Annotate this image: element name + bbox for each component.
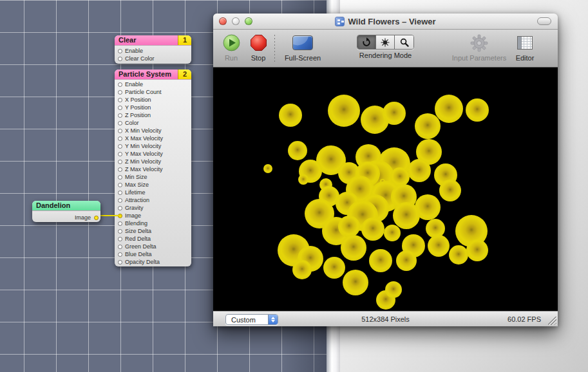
dandelion-particle xyxy=(343,270,368,295)
input-parameters-button[interactable]: Input Parameters xyxy=(443,33,515,62)
input-port-lifetime[interactable]: Lifetime xyxy=(115,189,191,196)
port-dot[interactable] xyxy=(118,136,122,141)
node-particle-system-header[interactable]: Particle System 2 xyxy=(115,70,191,80)
port-dot[interactable] xyxy=(118,221,122,226)
port-dot[interactable] xyxy=(118,237,122,241)
input-port-red-delta[interactable]: Red Delta xyxy=(115,235,191,243)
input-port-blending[interactable]: Blending xyxy=(115,219,191,227)
input-port-gravity[interactable]: Gravity xyxy=(115,204,191,212)
input-port-particle-count[interactable]: Particle Count xyxy=(115,88,191,96)
port-dot[interactable] xyxy=(118,144,122,149)
input-port-enable[interactable]: Enable xyxy=(115,47,191,55)
input-port-color[interactable]: Color xyxy=(115,119,191,127)
port-dot[interactable] xyxy=(118,106,122,110)
port-dot[interactable] xyxy=(118,245,122,249)
node-dandelion[interactable]: Dandelion Image xyxy=(32,201,100,222)
fullscreen-button[interactable]: Full-Screen xyxy=(280,33,326,62)
port-label: Min Size xyxy=(125,174,147,180)
port-label: X Position xyxy=(125,97,151,103)
port-label: Particle Count xyxy=(125,89,162,95)
input-port-y-max-velocity[interactable]: Y Max Velocity xyxy=(115,150,191,158)
input-port-y-min-velocity[interactable]: Y Min Velocity xyxy=(115,142,191,150)
input-port-image[interactable]: Image xyxy=(115,212,191,219)
input-port-size-delta[interactable]: Size Delta xyxy=(115,227,191,235)
input-port-x-position[interactable]: X Position xyxy=(115,96,191,104)
gear-icon xyxy=(470,33,488,52)
input-port-x-min-velocity[interactable]: X Min Velocity xyxy=(115,127,191,135)
port-dot[interactable] xyxy=(118,198,122,203)
fullscreen-icon xyxy=(292,35,313,50)
port-dot[interactable] xyxy=(118,252,122,257)
port-dot[interactable] xyxy=(118,90,122,95)
port-dot[interactable] xyxy=(118,206,122,210)
port-dot[interactable] xyxy=(118,129,122,133)
input-port-z-min-velocity[interactable]: Z Min Velocity xyxy=(115,158,191,165)
composition-document-icon xyxy=(335,17,345,26)
node-title: Particle System xyxy=(115,70,178,79)
input-port-max-size[interactable]: Max Size xyxy=(115,181,191,189)
node-title: Dandelion xyxy=(32,201,100,210)
port-dot[interactable] xyxy=(118,167,122,172)
dandelion-particle xyxy=(466,98,489,122)
port-dot[interactable] xyxy=(118,152,122,156)
input-port-z-max-velocity[interactable]: Z Max Velocity xyxy=(115,165,191,173)
port-dot[interactable] xyxy=(118,57,122,61)
rendering-mode-control: Rendering Mode xyxy=(348,33,422,59)
rendering-mode-label: Rendering Mode xyxy=(359,51,412,59)
viewer-titlebar[interactable]: Wild Flowers – Viewer xyxy=(213,14,558,30)
toolbar-toggle-capsule[interactable] xyxy=(537,17,551,25)
node-clear-ports: EnableClear Color xyxy=(115,46,191,64)
input-port-min-size[interactable]: Min Size xyxy=(115,173,191,181)
input-port-enable[interactable]: Enable xyxy=(115,80,191,88)
input-port-green-delta[interactable]: Green Delta xyxy=(115,243,191,250)
port-dot[interactable] xyxy=(118,175,122,180)
segment-normal-rendering[interactable] xyxy=(357,35,376,49)
node-dandelion-header[interactable]: Dandelion xyxy=(32,201,100,211)
zoom-button[interactable] xyxy=(245,17,252,25)
layer-badge: 1 xyxy=(178,35,191,45)
editor-button[interactable]: Editor xyxy=(508,33,542,62)
port-dot[interactable] xyxy=(118,229,122,234)
dandelion-particle xyxy=(361,218,384,241)
port-dot[interactable] xyxy=(118,82,122,87)
port-dot[interactable] xyxy=(118,49,122,53)
input-port-attraction[interactable]: Attraction xyxy=(115,196,191,204)
dandelion-particle xyxy=(323,257,345,279)
input-port-clear-color[interactable]: Clear Color xyxy=(115,55,191,62)
segment-inspect-mode[interactable] xyxy=(395,35,413,49)
screen: Clear 1 EnableClear Color Particle Syste… xyxy=(0,0,588,372)
viewer-statusbar: Custom 512x384 Pixels 60.02 FPS xyxy=(213,311,558,326)
port-label: Y Max Velocity xyxy=(125,151,163,157)
run-button[interactable]: Run xyxy=(218,33,244,62)
input-port-blue-delta[interactable]: Blue Delta xyxy=(115,250,191,258)
input-port-y-position[interactable]: Y Position xyxy=(115,104,191,111)
dandelion-particle xyxy=(279,104,302,127)
port-label: Enable xyxy=(125,81,143,88)
port-label: Blending xyxy=(125,220,147,227)
port-dot[interactable] xyxy=(118,260,122,265)
fullscreen-label: Full-Screen xyxy=(285,54,321,62)
dandelion-particle xyxy=(328,95,360,127)
output-port-image[interactable]: Image xyxy=(32,212,100,223)
segment-debug-mode[interactable] xyxy=(376,35,395,49)
node-clear-header[interactable]: Clear 1 xyxy=(115,35,191,46)
port-dot[interactable] xyxy=(118,160,122,164)
minimize-button[interactable] xyxy=(232,17,240,25)
port-label: X Min Velocity xyxy=(125,127,162,134)
stop-label: Stop xyxy=(251,54,266,62)
rendering-mode-segments xyxy=(357,35,414,50)
resize-grip[interactable] xyxy=(548,317,556,325)
stop-button[interactable]: Stop xyxy=(245,33,271,62)
input-port-opacity-delta[interactable]: Opacity Delta xyxy=(115,258,191,266)
port-dot[interactable] xyxy=(118,191,122,195)
port-dot[interactable] xyxy=(118,183,122,187)
input-port-z-position[interactable]: Z Position xyxy=(115,111,191,119)
input-port-x-max-velocity[interactable]: X Max Velocity xyxy=(115,135,191,142)
port-dot[interactable] xyxy=(118,121,122,126)
port-dot[interactable] xyxy=(118,98,122,102)
port-dot[interactable] xyxy=(118,113,122,118)
node-clear[interactable]: Clear 1 EnableClear Color xyxy=(115,35,191,64)
node-particle-system[interactable]: Particle System 2 EnableParticle CountX … xyxy=(115,70,191,266)
port-dot[interactable] xyxy=(94,216,99,220)
close-button[interactable] xyxy=(219,17,227,25)
